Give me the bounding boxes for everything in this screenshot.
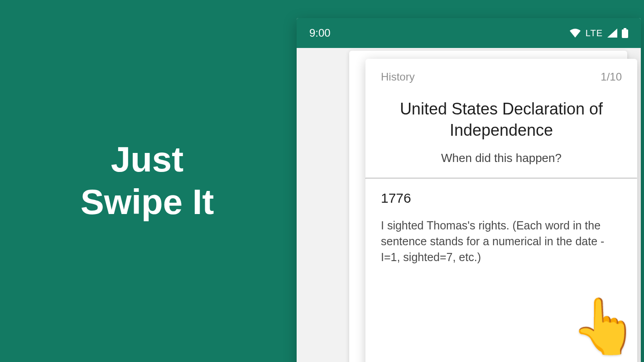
flash-card[interactable]: History 1/10 United States Declaration o… (365, 59, 637, 362)
card-title: United States Declaration of Independenc… (365, 90, 637, 149)
card-prompt: When did this happen? (365, 149, 637, 178)
card-category: History (381, 71, 415, 83)
card-progress: 1/10 (601, 71, 622, 83)
svg-rect-1 (622, 29, 628, 38)
device-frame: 9:00 LTE History 1/10 (297, 18, 641, 362)
card-header-row: History 1/10 (365, 59, 637, 90)
app-body: History 1/10 United States Declaration o… (297, 48, 641, 362)
wifi-icon (569, 29, 581, 38)
card-answer: 1776 (365, 179, 637, 210)
svg-rect-0 (624, 28, 626, 29)
network-label: LTE (586, 28, 603, 38)
status-indicators: LTE (569, 28, 628, 38)
promo-text-block: Just Swipe It (0, 0, 294, 362)
cellular-icon (607, 29, 617, 38)
promo-stage: Just Swipe It 9:00 LTE Hist (0, 0, 644, 362)
card-mnemonic: I sighted Thomas's rights. (Each word in… (365, 210, 637, 265)
status-time: 9:00 (309, 27, 331, 39)
status-bar: 9:00 LTE (297, 18, 641, 48)
promo-headline: Just Swipe It (81, 138, 214, 223)
battery-icon (622, 28, 628, 38)
